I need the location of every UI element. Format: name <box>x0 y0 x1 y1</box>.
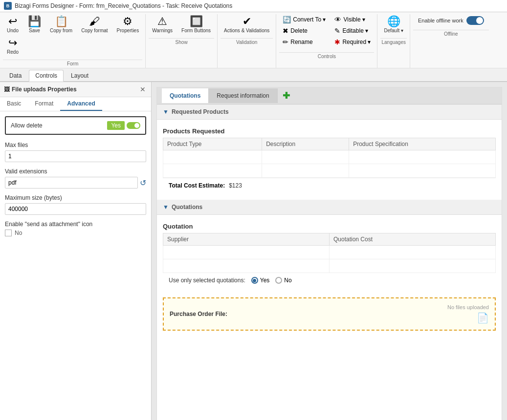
add-tab-button[interactable]: ✚ <box>278 87 295 104</box>
refresh-extensions-button[interactable]: ↺ <box>140 178 146 188</box>
warnings-icon: ⚠ <box>157 16 167 27</box>
requested-products-header: ▼ Requested Products <box>157 105 502 120</box>
quotations-content: Quotation Supplier Quotation Cost Use o <box>157 215 502 293</box>
col-supplier: Supplier <box>163 233 330 246</box>
allow-delete-toggle[interactable]: Yes <box>107 121 140 130</box>
allow-delete-switch[interactable] <box>127 122 140 129</box>
copy-format-icon: 🖌 <box>89 16 100 27</box>
file-upload-area[interactable]: Purchase Order File: No files uploaded 📄 <box>163 297 496 331</box>
ribbon-form-content: ↩ Undo ↪ Redo 💾 Save 📋 Copy from <box>3 14 142 59</box>
ribbon-show-content: ⚠ Warnings 🔲 Form Buttons <box>149 14 214 37</box>
form-tab-quotations[interactable]: Quotations <box>162 88 209 103</box>
form-group-label: Form <box>3 60 142 68</box>
panel-title: 🖼 File uploads Properties <box>4 86 77 93</box>
form-buttons-button[interactable]: 🔲 Form Buttons <box>178 14 214 35</box>
copy-format-button[interactable]: 🖌 Copy format <box>78 14 111 35</box>
tab-controls[interactable]: Controls <box>29 70 64 82</box>
max-size-row: Maximum size (bytes) <box>5 194 146 215</box>
col-quotation-cost: Quotation Cost <box>330 233 496 246</box>
panel-close-button[interactable]: ✕ <box>138 85 147 94</box>
offline-toggle-switch[interactable] <box>466 16 484 25</box>
redo-icon: ↪ <box>8 38 17 48</box>
max-size-input[interactable] <box>5 203 146 215</box>
requested-products-title: Requested Products <box>172 108 229 115</box>
ribbon-group-languages: 🌐 Default ▾ Languages <box>377 14 410 68</box>
quotations-header: ▼ Quotations <box>157 200 502 215</box>
no-files-text: No files uploaded <box>447 304 489 310</box>
quotations-toggle[interactable]: ▼ <box>163 204 169 210</box>
tab-data[interactable]: Data <box>3 70 28 81</box>
right-content: Quotations Request information ✚ ▼ Reque… <box>152 82 507 420</box>
send-attachment-control: No <box>5 230 146 236</box>
controls-group-label: Controls <box>279 52 374 61</box>
ribbon-group-controls: 🔄 Convert To ▾ ✖ Delete ✏ Rename 👁 <box>276 14 377 68</box>
table-row <box>163 246 496 259</box>
subtab-basic[interactable]: Basic <box>0 97 28 111</box>
actions-validations-button[interactable]: ✔ Actions & Validations <box>220 14 273 35</box>
form-canvas: Quotations Request information ✚ ▼ Reque… <box>156 87 502 420</box>
undo-button[interactable]: ↩ Undo <box>3 14 22 35</box>
send-attachment-value: No <box>15 230 22 236</box>
total-value: $123 <box>229 182 242 189</box>
ribbon-top: ↩ Undo ↪ Redo 💾 Save 📋 Copy from <box>0 12 507 68</box>
radio-yes-circle <box>251 277 258 284</box>
delete-icon: ✖ <box>283 27 288 35</box>
form-tabs-bar: Quotations Request information ✚ <box>157 87 502 105</box>
allow-delete-row: Allow delete Yes <box>5 116 146 135</box>
use-only-selected-label: Use only selected quotations: <box>169 277 245 284</box>
convert-to-button[interactable]: 🔄 Convert To ▾ <box>279 14 329 25</box>
copy-from-button[interactable]: 📋 Copy from <box>46 14 76 35</box>
form-tab-request-info[interactable]: Request information <box>209 88 277 103</box>
panel-subtabs: Basic Format Advanced <box>0 97 151 111</box>
app-icon: B <box>4 2 12 10</box>
radio-no-circle <box>275 277 282 284</box>
radio-yes[interactable]: Yes <box>251 277 270 284</box>
max-size-label: Maximum size (bytes) <box>5 194 146 201</box>
col-description: Description <box>262 138 349 150</box>
save-button[interactable]: 💾 Save <box>24 14 44 35</box>
redo-button[interactable]: ↪ Redo <box>3 36 22 57</box>
visible-icon: 👁 <box>334 16 341 23</box>
subtab-advanced[interactable]: Advanced <box>60 97 102 111</box>
default-lang-button[interactable]: 🌐 Default ▾ <box>380 14 406 35</box>
radio-no[interactable]: No <box>275 277 291 284</box>
valid-extensions-field-group: ↺ <box>5 177 146 189</box>
quotation-subheader: Quotation <box>163 220 496 233</box>
save-icon: 💾 <box>28 16 41 27</box>
send-attachment-row: Enable "send as attachment" icon No <box>5 221 146 236</box>
subtab-format[interactable]: Format <box>28 97 60 111</box>
max-files-input[interactable] <box>5 150 146 162</box>
valid-extensions-label: Valid extensions <box>5 168 146 175</box>
rename-button[interactable]: ✏ Rename <box>279 37 329 47</box>
allow-delete-label: Allow delete <box>11 122 43 129</box>
max-files-label: Max files <box>5 142 146 148</box>
properties-button[interactable]: ⚙ Properties <box>113 14 143 35</box>
table-row <box>163 164 496 178</box>
quotations-title: Quotations <box>172 204 202 210</box>
languages-group-label: Languages <box>380 38 406 46</box>
send-attachment-checkbox[interactable] <box>5 230 12 236</box>
visible-button[interactable]: 👁 Visible ▾ <box>331 14 374 25</box>
upload-icon: 📄 <box>477 312 489 324</box>
properties-icon: ⚙ <box>123 16 132 27</box>
ribbon-group-show: ⚠ Warnings 🔲 Form Buttons Show <box>146 14 218 68</box>
valid-extensions-input[interactable] <box>5 177 138 189</box>
products-table: Product Type Description Product Specifi… <box>163 138 496 178</box>
table-row <box>163 150 496 164</box>
form-buttons-icon: 🔲 <box>190 16 203 27</box>
col-product-spec: Product Specification <box>349 138 496 150</box>
send-attachment-label: Enable "send as attachment" icon <box>5 221 146 228</box>
ribbon-group-form: ↩ Undo ↪ Redo 💾 Save 📋 Copy from <box>0 14 146 68</box>
required-button[interactable]: ✱ Required ▾ <box>331 37 374 47</box>
tab-layout[interactable]: Layout <box>65 70 95 81</box>
file-upload-right: No files uploaded 📄 <box>447 304 489 324</box>
editable-button[interactable]: ✎ Editable ▾ <box>331 25 374 36</box>
warnings-button[interactable]: ⚠ Warnings <box>149 14 176 35</box>
validation-group-label: Validation <box>220 38 273 46</box>
delete-button[interactable]: ✖ Delete <box>279 25 329 36</box>
requested-products-toggle[interactable]: ▼ <box>163 108 169 115</box>
total-label: Total Cost Estimate: <box>169 182 225 189</box>
left-panel: 🖼 File uploads Properties ✕ Basic Format… <box>0 82 152 420</box>
valid-extensions-row: Valid extensions ↺ <box>5 168 146 189</box>
ribbon-group-validation: ✔ Actions & Validations Validation <box>218 14 276 68</box>
